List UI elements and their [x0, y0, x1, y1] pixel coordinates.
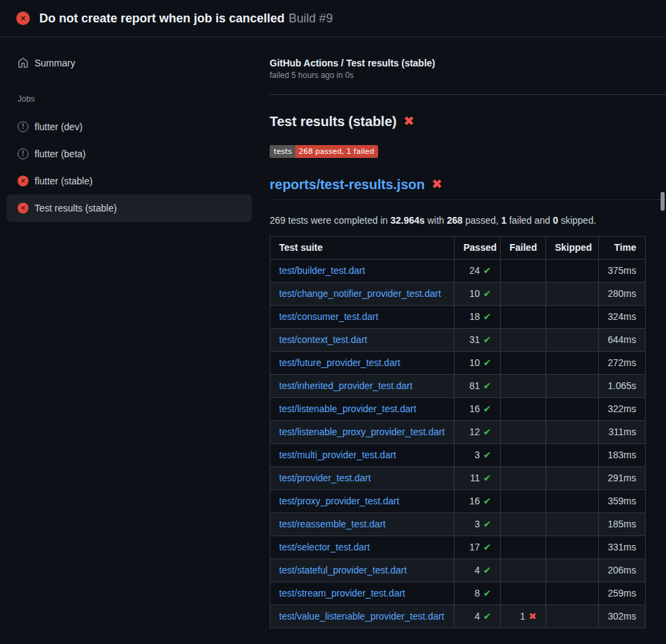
- check-icon: ✔: [483, 611, 491, 622]
- failed-cell: [501, 306, 546, 329]
- suite-link[interactable]: test/stream_provider_test.dart: [279, 588, 405, 599]
- check-icon: ✔: [483, 542, 491, 552]
- suite-link[interactable]: test/provider_test.dart: [279, 472, 371, 483]
- passed-cell: 16✔: [455, 490, 501, 513]
- table-row: test/reassemble_test.dart 3✔ 185ms: [270, 513, 646, 536]
- sidebar: Summary Jobs ! flutter (dev) ! flutter (…: [0, 37, 259, 222]
- scrollbar-thumb[interactable]: [661, 192, 665, 211]
- count-value: 16: [470, 403, 480, 414]
- failed-icon: ✕: [18, 176, 28, 186]
- test-results-table: Test suite Passed Failed Skipped Time te…: [270, 236, 646, 628]
- passed-cell: 4✔: [455, 605, 501, 628]
- passed-cell: 81✔: [455, 375, 501, 398]
- count-value: 16: [470, 496, 480, 506]
- x-glyph: ✕: [20, 205, 26, 212]
- results-table-body: test/builder_test.dart 24✔ 375ms test/ch…: [270, 260, 646, 628]
- check-run-page: ✕ Do not create report when job is cance…: [0, 0, 666, 628]
- time-cell: 644ms: [599, 329, 646, 352]
- time-cell: 1.065s: [599, 375, 646, 398]
- count-value: 11: [470, 472, 480, 483]
- check-icon: ✔: [483, 565, 491, 576]
- main-content: GitHub Actions / Test results (stable) f…: [259, 37, 666, 628]
- check-icon: ✔: [483, 519, 491, 529]
- summary-label: Summary: [35, 58, 75, 68]
- x-circle-fill-icon: ✕: [16, 12, 30, 25]
- passed-cell: 3✔: [455, 513, 501, 536]
- table-row: test/value_listenable_provider_test.dart…: [270, 605, 646, 628]
- passed-cell: 16✔: [455, 398, 501, 421]
- suite-link[interactable]: test/stateful_provider_test.dart: [279, 565, 407, 576]
- skipped-cell: [546, 490, 599, 513]
- suite-cell: test/reassemble_test.dart: [270, 513, 455, 536]
- summary-text: 269 tests were completed in: [270, 215, 390, 226]
- divider: [270, 94, 666, 95]
- suite-link[interactable]: test/selector_test.dart: [279, 542, 370, 552]
- suite-link[interactable]: test/inherited_provider_test.dart: [279, 380, 413, 391]
- skipped-cell: [546, 444, 599, 467]
- status-meta: failed 5 hours ago in 0s: [270, 71, 666, 80]
- passed-cell: 12✔: [455, 421, 501, 444]
- failed-cell: [501, 444, 546, 467]
- suite-link[interactable]: test/listenable_proxy_provider_test.dart: [279, 426, 444, 437]
- failed-cell: 1✖: [501, 605, 546, 628]
- suite-link[interactable]: test/listenable_provider_test.dart: [279, 403, 416, 414]
- suite-cell: test/value_listenable_provider_test.dart: [270, 605, 455, 628]
- failed-cross-icon: ✖: [403, 113, 414, 130]
- check-icon: ✔: [483, 426, 491, 437]
- time-cell: 272ms: [599, 352, 646, 375]
- time-cell: 359ms: [599, 490, 646, 513]
- count-value: 12: [470, 426, 480, 437]
- skipped-cell: [546, 582, 599, 605]
- count-value: 31: [470, 334, 480, 345]
- content-layout: Summary Jobs ! flutter (dev) ! flutter (…: [0, 37, 666, 628]
- count-value: 17: [470, 542, 480, 552]
- suite-cell: test/consumer_test.dart: [270, 306, 455, 329]
- count-value: 24: [470, 265, 480, 276]
- sidebar-item-test-results-stable[interactable]: ✕ Test results (stable): [7, 195, 252, 222]
- count-value: 10: [470, 288, 480, 299]
- check-title-text: Test results (stable): [270, 113, 396, 130]
- check-icon: ✔: [483, 403, 491, 414]
- sidebar-item-summary[interactable]: Summary: [7, 49, 252, 77]
- suite-link[interactable]: test/context_test.dart: [279, 334, 367, 345]
- sidebar-item-flutter-beta[interactable]: ! flutter (beta): [7, 140, 252, 167]
- suite-link[interactable]: test/builder_test.dart: [279, 265, 365, 276]
- table-row: test/stateful_provider_test.dart 4✔ 206m…: [270, 559, 646, 582]
- table-row: test/stream_provider_test.dart 8✔ 259ms: [270, 582, 646, 605]
- sidebar-item-flutter-stable[interactable]: ✕ flutter (stable): [7, 167, 252, 195]
- summary-passed-count: 268: [447, 215, 463, 226]
- suite-link[interactable]: test/future_provider_test.dart: [279, 357, 400, 368]
- home-icon: [18, 58, 28, 68]
- skipped-cell: [546, 605, 599, 628]
- build-number: Build #9: [289, 12, 333, 25]
- passed-cell: 4✔: [455, 559, 501, 582]
- table-row: test/multi_provider_test.dart 3✔ 183ms: [270, 444, 646, 467]
- exclamation-glyph: !: [22, 123, 24, 130]
- count-value: 4: [474, 611, 480, 622]
- skipped-cell: [546, 260, 599, 283]
- suite-link[interactable]: test/value_listenable_provider_test.dart: [279, 611, 444, 622]
- workflow-breadcrumb: GitHub Actions / Test results (stable): [270, 58, 666, 68]
- suite-link[interactable]: test/reassemble_test.dart: [279, 519, 386, 529]
- time-cell: 291ms: [599, 467, 646, 490]
- col-failed: Failed: [501, 237, 546, 260]
- skipped-cell: [546, 375, 599, 398]
- check-title-heading: Test results (stable) ✖: [270, 113, 666, 130]
- report-link[interactable]: reports/test-results.json: [270, 176, 425, 193]
- sidebar-item-flutter-dev[interactable]: ! flutter (dev): [7, 113, 252, 140]
- suite-cell: test/listenable_provider_test.dart: [270, 398, 455, 421]
- suite-link[interactable]: test/multi_provider_test.dart: [279, 449, 396, 460]
- cancelled-icon: !: [18, 148, 28, 159]
- suite-link[interactable]: test/proxy_provider_test.dart: [279, 496, 399, 506]
- table-row: test/context_test.dart 31✔ 644ms: [270, 329, 646, 352]
- suite-link[interactable]: test/change_notifier_provider_test.dart: [279, 288, 441, 299]
- check-icon: ✔: [483, 588, 491, 599]
- skipped-cell: [546, 559, 599, 582]
- suite-link[interactable]: test/consumer_test.dart: [279, 311, 378, 322]
- table-row: test/listenable_proxy_provider_test.dart…: [270, 421, 646, 444]
- time-cell: 206ms: [599, 559, 646, 582]
- summary-text: skipped.: [558, 215, 596, 226]
- check-icon: ✔: [483, 311, 491, 322]
- count-value: 4: [474, 565, 480, 576]
- check-icon: ✔: [483, 288, 491, 299]
